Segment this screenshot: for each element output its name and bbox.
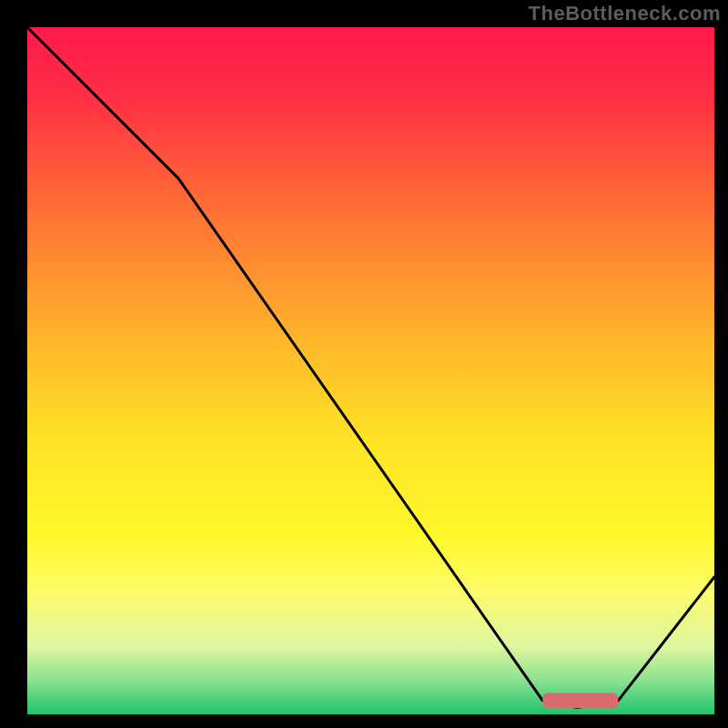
optimal-range-marker	[542, 693, 618, 709]
watermark-text: TheBottleneck.com	[529, 2, 721, 25]
chart-svg	[27, 27, 714, 714]
chart-frame: TheBottleneck.com	[0, 0, 728, 728]
plot-area	[27, 27, 714, 714]
